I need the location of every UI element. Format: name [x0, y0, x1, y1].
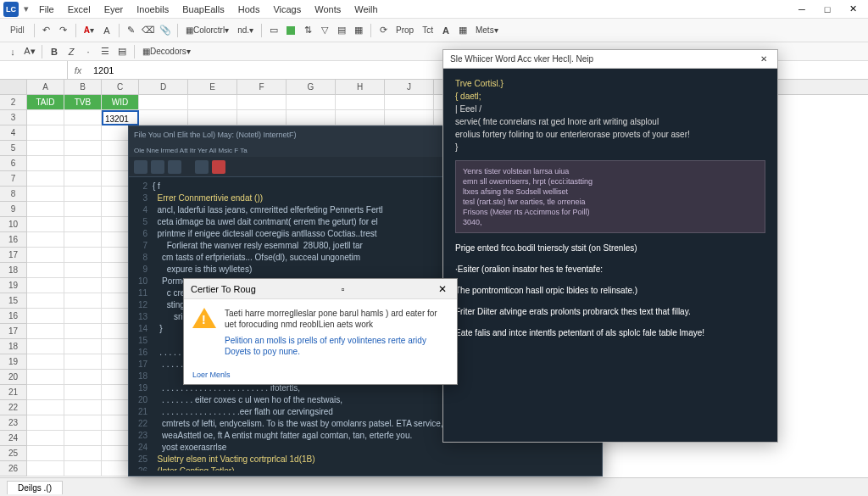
row-header[interactable]: 21 — [0, 385, 27, 400]
menu-wonts[interactable]: Wonts — [308, 3, 348, 16]
font-a-icon[interactable]: A▾ — [22, 44, 37, 59]
row-header[interactable]: 7 — [0, 171, 27, 187]
cell[interactable] — [27, 156, 64, 171]
row-header[interactable]: 6 — [0, 156, 27, 171]
cell[interactable] — [27, 187, 64, 202]
row-header[interactable]: 2 — [0, 95, 27, 110]
row-header[interactable]: 8 — [0, 187, 27, 202]
row-header[interactable]: 3 — [0, 110, 27, 125]
cell[interactable] — [336, 95, 385, 110]
cell[interactable] — [64, 278, 102, 293]
cell[interactable] — [64, 125, 102, 141]
refresh-icon[interactable]: ⟳ — [376, 23, 391, 38]
cell[interactable] — [64, 431, 102, 446]
cell[interactable] — [27, 431, 64, 446]
cell[interactable] — [27, 415, 64, 431]
alert-close-button[interactable]: ✕ — [435, 283, 450, 295]
col-header-d[interactable]: D — [139, 80, 188, 94]
cell[interactable] — [64, 141, 102, 156]
attachment-icon[interactable]: 📎 — [158, 23, 173, 38]
col-header-a[interactable]: A — [27, 80, 64, 94]
strikethrough-icon[interactable]: ✎ — [124, 23, 139, 38]
grid-toggle-icon[interactable]: ▦ — [455, 23, 470, 38]
number-format-dropdown[interactable]: nd.▾ — [234, 25, 257, 35]
undo-icon[interactable]: ↶ — [39, 23, 54, 38]
menu-eyer[interactable]: Eyer — [97, 3, 131, 16]
alert-footer-link[interactable]: Loer Menls — [184, 365, 457, 384]
col-header-g[interactable]: G — [287, 80, 336, 94]
cell[interactable] — [27, 248, 64, 263]
cell[interactable] — [27, 446, 64, 461]
clear-icon[interactable]: ⌫ — [141, 23, 156, 38]
cell[interactable] — [64, 354, 102, 370]
cell[interactable] — [64, 415, 102, 431]
cell[interactable] — [27, 354, 64, 370]
cell[interactable] — [64, 324, 102, 339]
row-header[interactable]: 4 — [0, 125, 27, 141]
row-header[interactable]: 18 — [0, 339, 27, 354]
cell[interactable] — [27, 232, 64, 248]
sheet-tab-active[interactable]: Deilgs .() — [7, 481, 63, 494]
decodors-dropdown[interactable]: ▦ Decodors▾ — [139, 47, 194, 56]
row-header[interactable]: 25 — [0, 446, 27, 461]
bold-icon[interactable]: B — [47, 44, 62, 59]
minimize-button[interactable]: ─ — [790, 2, 814, 17]
underline2-icon[interactable]: · — [81, 44, 96, 59]
prop-dropdown[interactable]: Prop — [392, 25, 417, 35]
cell[interactable] — [64, 339, 102, 354]
cell[interactable] — [27, 263, 64, 278]
col-header-c[interactable]: C — [102, 80, 139, 94]
row-header[interactable]: 19 — [0, 278, 27, 293]
cell[interactable] — [237, 95, 287, 110]
cell[interactable] — [237, 110, 287, 125]
cell[interactable] — [385, 95, 434, 110]
cell[interactable] — [188, 95, 237, 110]
menu-buapealls[interactable]: BuapEalls — [175, 3, 231, 16]
menu-hods[interactable]: Hods — [231, 3, 267, 16]
cell[interactable] — [27, 385, 64, 400]
menu-excel[interactable]: Excel — [61, 3, 97, 16]
cell[interactable]: WID — [102, 95, 139, 110]
save-icon[interactable]: ↓ — [5, 44, 20, 59]
editor-tool-5[interactable] — [212, 160, 225, 174]
colorctrl-dropdown[interactable]: ▦ Colorctrl▾ — [182, 25, 232, 35]
menu-inoebils[interactable]: Inoebils — [130, 3, 175, 16]
row-header[interactable]: 19 — [0, 354, 27, 370]
row-header[interactable]: 5 — [0, 141, 27, 156]
row-header[interactable]: 18 — [0, 263, 27, 278]
cell[interactable] — [336, 110, 385, 125]
menubar-chevron[interactable]: ▾ — [24, 3, 29, 14]
cell[interactable] — [385, 110, 434, 125]
editor-tool-3[interactable] — [168, 160, 181, 174]
row-header[interactable]: 26 — [0, 461, 27, 476]
cell[interactable] — [27, 324, 64, 339]
cell[interactable] — [139, 110, 188, 125]
table-icon[interactable]: ▦ — [351, 23, 366, 38]
col-header-h[interactable]: H — [336, 80, 385, 94]
cell[interactable] — [27, 309, 64, 324]
cell[interactable] — [64, 217, 102, 232]
font-decrease-icon[interactable]: A — [99, 23, 114, 38]
cell[interactable] — [27, 141, 64, 156]
cell[interactable] — [64, 171, 102, 187]
layers-icon[interactable]: ▤ — [334, 23, 349, 38]
cell[interactable] — [64, 263, 102, 278]
close-button[interactable]: ✕ — [841, 2, 865, 17]
cell[interactable] — [27, 370, 64, 385]
editor-tool-1[interactable] — [134, 160, 147, 174]
cell[interactable] — [27, 202, 64, 217]
cell[interactable] — [64, 232, 102, 248]
cell[interactable] — [64, 156, 102, 171]
col-header-f[interactable]: F — [237, 80, 287, 94]
col-header-e[interactable]: E — [188, 80, 237, 94]
cell[interactable] — [27, 293, 64, 309]
cell[interactable] — [139, 95, 188, 110]
row-header[interactable]: 9 — [0, 202, 27, 217]
border-icon[interactable]: ▭ — [266, 23, 281, 38]
help-close-button[interactable]: ✕ — [757, 54, 771, 64]
cell[interactable] — [64, 400, 102, 415]
cell[interactable] — [64, 461, 102, 476]
cell[interactable] — [27, 339, 64, 354]
sort-icon[interactable]: ⇅ — [300, 23, 315, 38]
tct-dropdown[interactable]: Tct — [419, 25, 437, 35]
